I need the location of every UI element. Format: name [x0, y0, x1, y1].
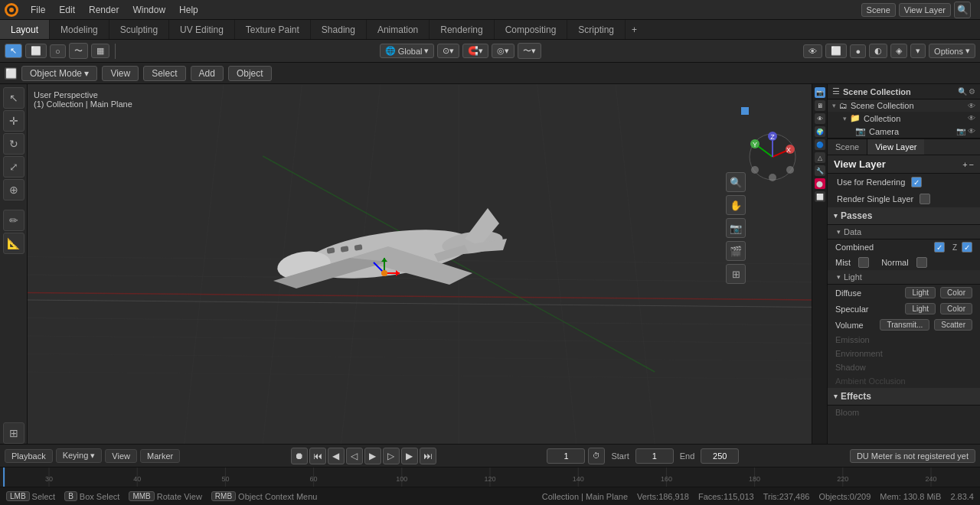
view-menu[interactable]: View	[102, 66, 139, 81]
tool-scale[interactable]: ⤢	[3, 156, 24, 178]
outliner-camera[interactable]: 📷 Camera 📷 👁	[828, 125, 980, 138]
keying-menu[interactable]: Keying ▾	[56, 448, 103, 463]
tab-layout[interactable]: Layout	[0, 20, 50, 39]
outliner-search[interactable]: 🔍	[958, 87, 967, 96]
viewport-icon[interactable]: ⬜	[5, 67, 17, 80]
tab-modeling[interactable]: Modeling	[50, 20, 109, 39]
outliner-coll-vis[interactable]: 👁	[968, 114, 975, 122]
diffuse-color-btn[interactable]: Color	[940, 287, 972, 298]
menu-file[interactable]: File	[24, 3, 51, 17]
props-view-layer-tab[interactable]: View Layer	[867, 139, 924, 155]
playback-menu[interactable]: Playback	[5, 449, 53, 463]
specular-color-btn[interactable]: Color	[940, 303, 972, 314]
normal-check[interactable]	[916, 257, 927, 268]
toolbar-shading[interactable]: ⬜	[825, 44, 847, 58]
menu-window[interactable]: Window	[126, 3, 172, 17]
prop-icon-view[interactable]: 👁	[815, 113, 825, 124]
passes-title[interactable]: ▾ Passes	[828, 207, 980, 225]
end-frame-input[interactable]: 250	[701, 448, 739, 464]
vp-grid[interactable]: ⊞	[726, 264, 746, 284]
tool-extra-bottom[interactable]: ⊞	[3, 422, 24, 444]
toolbar-proportional[interactable]: ◎▾	[492, 44, 514, 58]
current-frame-input[interactable]: 1	[547, 448, 585, 464]
mist-check[interactable]	[858, 257, 869, 268]
tab-texture-paint[interactable]: Texture Paint	[235, 20, 311, 39]
props-scene-tab[interactable]: Scene	[828, 139, 867, 155]
toolbar-transform-global[interactable]: 🌐 Global ▾	[380, 44, 435, 58]
prop-icon-output[interactable]: 🖥	[815, 100, 825, 111]
tool-move[interactable]: ✛	[3, 110, 24, 132]
timeline-scrubber[interactable]: 30 40 50 60 100 120 140 160 180 220 240	[0, 467, 980, 487]
menu-help[interactable]: Help	[173, 3, 204, 17]
vp-render[interactable]: 🎬	[726, 241, 746, 261]
outliner-filter-btn[interactable]: ⚙	[969, 87, 975, 96]
frame-options[interactable]: ⏱	[588, 448, 605, 464]
specular-light-btn[interactable]: Light	[905, 303, 936, 314]
render-single-layer-check[interactable]	[920, 194, 930, 204]
marker-menu[interactable]: Marker	[140, 449, 180, 463]
workspace-tabs-view-layer[interactable]: View Layer	[899, 3, 951, 17]
prop-icon-mod[interactable]: 🔧	[815, 165, 825, 176]
toolbar-circle-select[interactable]: ○	[50, 44, 66, 58]
toolbar-cursor[interactable]: ↖	[5, 44, 22, 58]
volume-scatter-btn[interactable]: Scatter	[934, 319, 972, 331]
tool-transform[interactable]: ⊕	[3, 179, 24, 200]
select-menu[interactable]: Select	[143, 66, 185, 81]
outliner-cam-vis[interactable]: 👁	[968, 127, 975, 135]
start-frame-input[interactable]: 1	[635, 448, 674, 464]
use-for-rendering-check[interactable]: ✓	[911, 177, 922, 187]
add-workspace-btn[interactable]: +	[626, 21, 643, 38]
z-check[interactable]: ✓	[962, 242, 972, 252]
outliner-collection[interactable]: ▾ 📁 Collection 👁	[828, 112, 980, 125]
play[interactable]: ▶	[364, 448, 381, 464]
object-menu[interactable]: Object	[228, 66, 272, 81]
tab-scripting[interactable]: Scripting	[567, 20, 626, 39]
toolbar-pivot[interactable]: ⊙▾	[437, 44, 459, 58]
diffuse-light-btn[interactable]: Light	[905, 287, 936, 298]
jump-start[interactable]: ⏮	[309, 448, 326, 464]
vp-zoom-in[interactable]: 🔍	[726, 172, 746, 192]
tab-sculpting[interactable]: Sculpting	[109, 20, 169, 39]
prev-frame[interactable]: ◀	[328, 448, 345, 464]
workspace-tabs-scene[interactable]: Scene	[861, 3, 896, 17]
light-sub-title[interactable]: ▾ Light	[828, 270, 980, 285]
du-meter-button[interactable]: DU Meter is not registered yet	[850, 449, 975, 463]
tool-annotate[interactable]: ✏	[3, 210, 24, 231]
toolbar-extra[interactable]: 〜▾	[518, 43, 541, 59]
add-menu[interactable]: Add	[191, 66, 224, 81]
toolbar-snap[interactable]: 🧲▾	[462, 44, 488, 58]
menu-edit[interactable]: Edit	[53, 3, 81, 17]
data-sub-title[interactable]: ▾ Data	[828, 225, 980, 239]
playback-record[interactable]: ⏺	[291, 448, 308, 464]
axis-gizmo[interactable]: X Y Z	[746, 130, 799, 184]
tab-rendering[interactable]: Rendering	[430, 20, 494, 39]
vp-camera[interactable]: 📷	[726, 218, 746, 238]
tool-measure[interactable]: 📐	[3, 233, 24, 254]
prop-icon-world[interactable]: 🔵	[815, 139, 825, 150]
view-menu-timeline[interactable]: View	[105, 449, 137, 463]
toolbar-lasso[interactable]: 〜	[69, 43, 88, 59]
outliner-scene-collection[interactable]: ▾ 🗂 Scene Collection 👁	[828, 99, 980, 112]
viewport[interactable]: User Perspective (1) Collection | Main P…	[28, 84, 812, 444]
next-frame[interactable]: ▶	[401, 448, 418, 464]
search-icon[interactable]: 🔍	[954, 2, 971, 18]
volume-transmit-btn[interactable]: Transmit...	[880, 319, 929, 331]
vl-add[interactable]: +	[962, 160, 967, 169]
toolbar-more[interactable]: ▦	[91, 44, 109, 58]
prop-icon-obj[interactable]: △	[815, 152, 825, 163]
prop-icon-data[interactable]: ⬜	[815, 191, 825, 202]
jump-end[interactable]: ⏭	[420, 448, 436, 464]
toolbar-shading4[interactable]: ◈	[890, 44, 907, 58]
prop-icon-mat[interactable]: ⬤	[815, 178, 825, 189]
toolbar-shading2[interactable]: ●	[850, 44, 866, 58]
effects-title[interactable]: ▾ Effects	[828, 388, 980, 406]
toolbar-options[interactable]: Options ▾	[929, 44, 975, 58]
tool-rotate[interactable]: ↻	[3, 133, 24, 155]
outliner-scene-vis[interactable]: 👁	[968, 102, 975, 110]
prev-keyframe[interactable]: ◁	[346, 448, 363, 464]
prop-icon-scene[interactable]: 🌍	[815, 126, 825, 137]
combined-check[interactable]: ✓	[934, 242, 945, 252]
toolbar-more2[interactable]: ▾	[910, 44, 926, 58]
toolbar-shading3[interactable]: ◐	[869, 44, 887, 58]
toolbar-view-display[interactable]: 👁	[803, 44, 822, 58]
